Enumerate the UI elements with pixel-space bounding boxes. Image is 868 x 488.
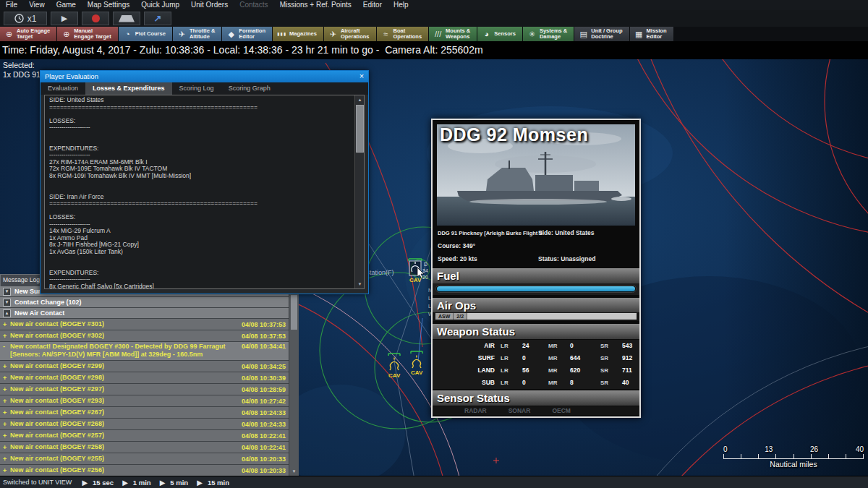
log-entry[interactable]: +New air contact (BOGEY #257)04/08 10:22… [0,430,289,441]
toolbar-sensors-button[interactable]: ◕Sensors [477,27,523,41]
group-collapse-icon[interactable]: ▼ [3,299,11,307]
svg-text:D: D [424,262,427,267]
step-arrow-icon: ▶ [160,479,166,487]
menu-item-editor[interactable]: Editor [357,0,388,10]
sensor-status-row: RADARSONAROECM [433,406,639,415]
scroll-up-icon[interactable]: ▲ [355,95,365,104]
toolbar-unit-group-doctrine-button[interactable]: ▤Unit / Group Doctrine [574,27,629,41]
log-entry[interactable]: +New air contact (BOGEY #255)04/08 10:20… [0,453,289,464]
time-step-15-sec[interactable]: ▶15 sec [82,479,114,487]
entry-text: New air contact (BOGEY #255) [10,455,242,463]
col-label: SR [600,377,622,389]
menu-item-file[interactable]: File [0,0,23,10]
dialog-scrollbar[interactable]: ▲ ▼ [354,95,364,288]
evaluation-line: LOSSES: [49,118,354,125]
menu-item-map-settings[interactable]: Map Settings [82,0,135,10]
log-entry[interactable]: +New air contact (BOGEY #268)04/08 10:24… [0,419,289,429]
time-control-row: x1 ▶ ↗ [0,10,868,27]
tab-scoring-graph[interactable]: Scoring Graph [221,82,278,95]
time-step-5-min[interactable]: ▶5 min [160,479,189,487]
log-entry[interactable]: +New air contact (BOGEY #298)04/08 10:30… [0,372,289,383]
close-icon[interactable]: × [355,71,368,82]
log-entry[interactable]: +New air contact (BOGEY #256)04/08 10:20… [0,465,289,476]
toolbar-plot-course-button[interactable]: ◔Plot Course [119,27,173,41]
log-group-label: Contact Change (102) [14,299,82,306]
entry-text: New air contact (BOGEY #267) [10,408,242,416]
scrollbar-thumb[interactable] [356,105,364,153]
menu-item-game[interactable]: Game [51,0,82,10]
log-group-header[interactable]: ▲New Air Contact [0,308,289,318]
station-label: Station(F) [365,269,394,276]
unit-label: CAV [411,369,423,376]
toolbar-manual-engage-button[interactable]: ⊕Manual Engage Target [57,27,119,41]
dialog-title: Player Evaluation [45,71,355,82]
log-group-header[interactable]: ▼Contact Change (102) [0,297,289,307]
toolbar-auto-engage-button[interactable]: ⊕Auto Engage Target [0,27,57,41]
unit-label: CAV [388,372,401,379]
scale-number: 0 [723,445,728,454]
entry-timestamp: 04/08 10:34:41 [242,342,286,350]
time-step-1-min[interactable]: ▶1 min [122,479,151,487]
menu-item-missions-ref-points[interactable]: Missions + Ref. Points [274,0,357,10]
time-compression-button[interactable]: x1 [4,12,47,25]
menu-item-help[interactable]: Help [388,0,414,10]
scroll-down-icon[interactable]: ▼ [355,280,365,288]
fuel-fill-bar [437,286,635,291]
tab-scoring-log[interactable]: Scoring Log [172,82,221,95]
weapon-category: AIR [433,340,501,352]
log-entry[interactable]: -New contact! Designated BOGEY #300 - De… [0,342,289,360]
evaluation-line [49,111,354,118]
tab-evaluation[interactable]: Evaluation [41,82,85,95]
entry-text: New air contact (BOGEY #256) [10,466,242,474]
toolbar-mission-editor-button[interactable]: ▦Mission Editor [630,27,674,41]
scroll-down-icon[interactable]: ▼ [289,468,299,476]
entry-text: New air contact (BOGEY #302) [10,332,242,340]
map-tilt-icon [119,15,135,22]
message-log-scrollbar[interactable]: ▲ ▼ [289,286,299,476]
menu-item-contacts[interactable]: Contacts [234,0,273,10]
entry-prefix-icon: + [3,467,10,474]
toolbar-formation-editor-button[interactable]: ◆Formation Editor [222,27,273,41]
entry-prefix-icon: - [3,342,10,350]
play-button[interactable]: ▶ [51,12,78,25]
jump-arrow-icon: ↗ [154,13,162,24]
selected-label: Selected: [3,61,41,70]
log-entry[interactable]: +New air contact (BOGEY #299)04/08 10:34… [0,361,289,372]
toolbar-aircraft-operations-button[interactable]: ✈Aircraft Operations [324,27,377,41]
scrollbar-thumb[interactable] [291,295,297,330]
log-entry[interactable]: +New air contact (BOGEY #302)04/08 10:37… [0,330,289,341]
dialog-titlebar[interactable]: Player Evaluation × [41,71,368,82]
unit-title: DDG 92 Momsen [440,124,588,145]
evaluation-line: EXPENDITURES: [49,145,354,153]
toolbar-mounts-weapons-button[interactable]: ///Mounts & Weapons [429,27,477,41]
col-label: MR [548,340,570,352]
toolbar-throttle-altitude-button[interactable]: ✈Throttle & Altitude [173,27,222,41]
weapon-count: 56 [522,364,548,377]
map-edge-shade [723,59,868,488]
step-arrow-icon: ▶ [197,479,203,487]
log-entry[interactable]: +New air contact (BOGEY #297)04/08 10:28… [0,384,289,395]
time-step-15-min[interactable]: ▶15 min [197,479,229,487]
evaluation-line [49,256,354,263]
group-expand-icon[interactable]: ▲ [3,309,11,317]
log-entry[interactable]: +New air contact (BOGEY #293)04/08 10:27… [0,395,289,406]
toolbar-systems-damage-button[interactable]: ✳Systems & Damage [523,27,574,41]
group-collapse-icon[interactable]: ▼ [3,288,11,296]
menu-item-quick-jump[interactable]: Quick Jump [135,0,185,10]
map-view-button[interactable] [113,12,140,25]
menu-item-unit-orders[interactable]: Unit Orders [185,0,234,10]
jump-button[interactable]: ↗ [144,12,171,25]
toolbar-magazines-button[interactable]: ▮▮▮Magazines [273,27,324,41]
toolbar-boat-operations-button[interactable]: ≈Boat Operations [377,27,430,41]
log-entry[interactable]: +New air contact (BOGEY #258)04/08 10:22… [0,442,289,453]
evaluation-line: 8x RGM-109I Tomahawk Blk IV MMT [Multi-M… [49,173,354,180]
weapon-count: 0 [570,340,600,352]
tab-losses-expenditures[interactable]: Losses & Expenditures [85,82,172,95]
entry-text: New air contact (BOGEY #298) [10,374,242,382]
weapon-status-table: AIRLR24MR0SR543SURFLR0MR644SR912LANDLR56… [433,340,639,389]
menu-item-view[interactable]: View [23,0,51,10]
log-entry[interactable]: +New air contact (BOGEY #301)04/08 10:37… [0,319,289,330]
log-entry[interactable]: +New air contact (BOGEY #267)04/08 10:24… [0,407,289,418]
record-button[interactable] [82,12,109,25]
message-log-tab[interactable]: Message Log [0,274,41,286]
